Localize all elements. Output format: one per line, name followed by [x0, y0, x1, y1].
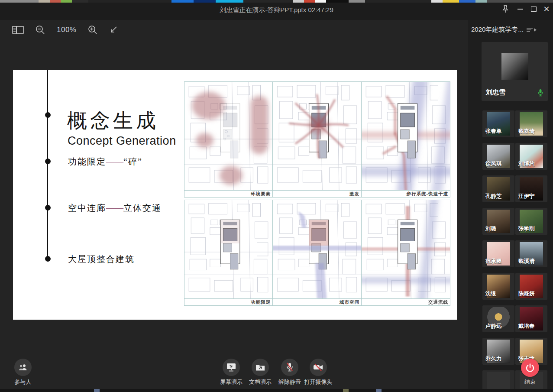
participant-tile[interactable]: [482, 370, 514, 389]
bullet-dash: ——: [106, 203, 123, 213]
participants-label: 参与人: [3, 378, 42, 386]
meeting-title-bar[interactable]: 2020年建筑学专...: [471, 26, 550, 34]
presentation-toolbar: 100%: [0, 20, 476, 40]
participant-name: 汪伊宁: [518, 193, 535, 200]
participant-tile[interactable]: 沈银: [482, 273, 514, 300]
camera-label: 打开摄像头: [299, 378, 338, 386]
bullet-post: “碎”: [123, 157, 142, 166]
participant-tile[interactable]: 戴培春: [515, 305, 547, 332]
map-circulation: 交通流线: [362, 200, 450, 306]
view-list-icon[interactable]: [526, 27, 537, 33]
map-urban-space: 城市空间: [273, 200, 362, 306]
map-spark: 激发: [273, 81, 362, 198]
doc-share-button[interactable]: [252, 359, 269, 376]
bullet-dash: ——: [106, 157, 123, 166]
zoom-in-button[interactable]: [87, 23, 98, 36]
participants-button[interactable]: [14, 359, 32, 376]
participant-avatar: [487, 372, 510, 389]
unmute-button[interactable]: [281, 359, 298, 376]
slide-bullet-text: 大屋顶整合建筑: [68, 253, 135, 265]
timeline-dot: [45, 256, 51, 262]
map-environment: 环境要素: [184, 81, 273, 198]
power-icon: [526, 363, 534, 372]
participant-tile[interactable]: 范承稷: [482, 240, 514, 267]
fit-screen-button[interactable]: [109, 23, 118, 36]
participant-tile[interactable]: 刘璐: [482, 208, 514, 235]
camera-muted-icon: [313, 363, 323, 371]
participant-name: 刘博约: [518, 160, 535, 168]
end-meeting-button[interactable]: [521, 359, 539, 377]
bullet-pre: 功能限定: [68, 157, 106, 166]
minimize-icon: [517, 9, 523, 10]
map-label: 激发: [273, 190, 361, 198]
zoom-out-button[interactable]: [35, 23, 45, 36]
map-label: 交通流线: [362, 298, 450, 306]
slide-bullet-text: 空中连廊——立体交通: [68, 202, 162, 214]
bullet-post: 立体交通: [123, 203, 162, 213]
participants-sidebar: 2020年建筑学专... 刘忠雪 张春单 魏嘉琦 徐凤琪 刘博约 孔静芝 汪伊宁…: [468, 20, 553, 389]
people-icon: [18, 364, 28, 371]
shared-slide: 概念生成 Concept Generation 功能限定——“碎” 空中连廊——…: [13, 70, 457, 320]
participant-tile[interactable]: 张春单: [482, 110, 514, 137]
participant-name: 戴培春: [518, 323, 535, 330]
close-icon: ✕: [543, 5, 550, 13]
timeline-dot: [45, 205, 51, 211]
participant-name: 乔久力: [485, 355, 502, 363]
window-title: 刘忠雪正在演示-答辩PPT.pptx 02:47:29: [0, 6, 553, 14]
screen-share-button[interactable]: [223, 359, 240, 376]
participant-tile[interactable]: 魏溪清: [515, 240, 547, 267]
participant-name: 陈筱妍: [518, 290, 535, 298]
slide-bullet-text: 功能限定——“碎”: [68, 156, 142, 168]
map-pedestrian: 步行系统-快速干道: [362, 81, 450, 198]
slide-timeline-line: [47, 70, 48, 259]
participant-name: 范承稷: [485, 258, 502, 265]
participant-name: 刘璐: [485, 225, 496, 233]
participant-tile[interactable]: 魏嘉琦: [515, 110, 547, 137]
zoom-level-value[interactable]: 100%: [57, 23, 76, 36]
participant-tile[interactable]: 张学刚: [515, 208, 547, 235]
end-meeting-label: 结束: [511, 378, 550, 386]
pin-icon[interactable]: [499, 3, 512, 15]
participant-tile[interactable]: 徐凤琪: [482, 143, 514, 170]
slide-title: 概念生成: [67, 107, 159, 134]
mic-muted-icon: [285, 363, 294, 372]
map-function: 功能限定: [184, 200, 273, 306]
sidebar-toggle-button[interactable]: [12, 23, 24, 36]
speaker-tile[interactable]: 刘忠雪: [482, 42, 548, 101]
participant-tile[interactable]: 乔久力: [482, 338, 514, 365]
timeline-dot: [45, 112, 51, 118]
bullet-pre: 空中连廊: [68, 203, 106, 213]
map-label: 功能限定: [184, 298, 272, 306]
participant-name: 卢静远: [485, 323, 502, 330]
maximize-button[interactable]: [527, 3, 540, 15]
participant-name: 张春单: [485, 128, 502, 135]
camera-button[interactable]: [310, 359, 327, 376]
participant-tile[interactable]: 卢静远: [482, 305, 514, 332]
close-button[interactable]: ✕: [540, 3, 553, 15]
participant-name: 张学刚: [518, 225, 535, 233]
minimize-button[interactable]: [514, 3, 527, 15]
map-label: 环境要素: [184, 190, 272, 198]
mic-active-icon: [537, 89, 543, 97]
participant-name: 孔静芝: [485, 193, 502, 200]
maximize-icon: [531, 6, 537, 12]
map-label: 步行系统-快速干道: [362, 190, 450, 198]
screen-share-icon: [226, 363, 236, 372]
participant-tile[interactable]: 刘博约: [515, 143, 547, 170]
participant-tile[interactable]: 孔静芝: [482, 175, 514, 202]
doc-share-icon: [255, 363, 265, 371]
speaker-name: 刘忠雪: [486, 88, 505, 97]
participant-name: 魏嘉琦: [518, 128, 535, 135]
speaker-avatar: [501, 53, 528, 80]
participant-tile[interactable]: 汪伊宁: [515, 175, 547, 202]
participant-tile[interactable]: 陈筱妍: [515, 273, 547, 300]
concept-map-grid: 环境要素 激发: [184, 81, 451, 306]
participant-name: 沈银: [485, 290, 496, 298]
map-label: 城市空间: [273, 298, 361, 306]
participant-name: 徐凤琪: [485, 160, 502, 168]
participant-name: 魏溪清: [518, 258, 535, 265]
background-taskbar-strip: [0, 389, 553, 392]
meeting-title: 2020年建筑学专...: [471, 26, 524, 34]
timeline-dot: [45, 159, 51, 164]
slide-subtitle: Concept Generation: [68, 134, 176, 148]
